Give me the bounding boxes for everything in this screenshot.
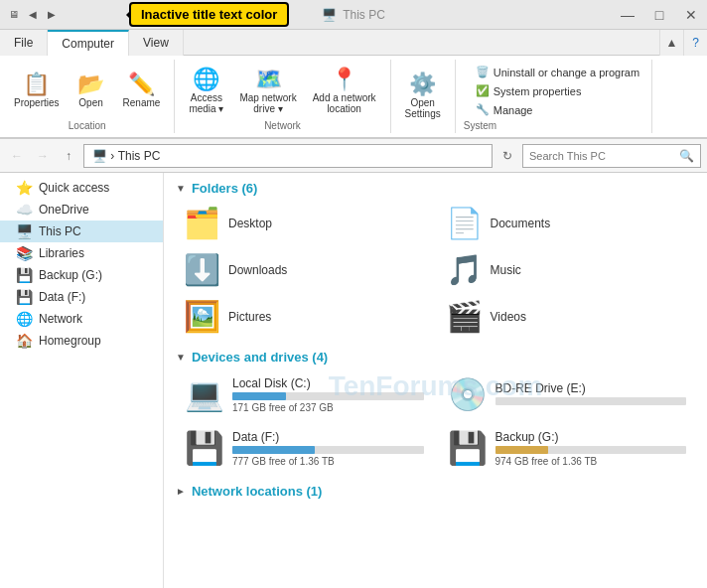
settings-buttons: ⚙️ OpenSettings <box>399 62 447 129</box>
drive-e-icon: 💿 <box>448 375 488 413</box>
sidebar-item-libraries[interactable]: 📚 Libraries <box>0 242 163 264</box>
uninstall-button[interactable]: 🗑️ Uninstall or change a program <box>472 64 643 80</box>
ribbon-group-network: 🌐 Accessmedia ▾ 🗺️ Map networkdrive ▾ 📍 … <box>175 60 390 133</box>
up-button[interactable]: ↑ <box>58 145 79 167</box>
drive-f-info: Data (F:) 777 GB free of 1.36 TB <box>232 430 424 467</box>
folder-documents[interactable]: 📄 Documents <box>438 202 696 244</box>
search-icon[interactable]: 🔍 <box>679 149 694 163</box>
downloads-label: Downloads <box>228 263 287 277</box>
back-button[interactable]: ← <box>6 145 28 167</box>
open-button[interactable]: 📂 Open <box>70 69 113 111</box>
open-settings-button[interactable]: ⚙️ OpenSettings <box>399 69 447 122</box>
sidebar-label-network: Network <box>39 312 82 326</box>
videos-label: Videos <box>491 310 526 324</box>
libraries-icon: 📚 <box>16 245 33 261</box>
minimize-button[interactable]: — <box>612 0 643 30</box>
ribbon: File Computer View ▲ ? 📋 Properties 📂 Op… <box>0 30 707 139</box>
drive-g-bar <box>495 446 687 454</box>
help-button[interactable]: ? <box>683 30 707 56</box>
pictures-label: Pictures <box>228 310 271 324</box>
sidebar-item-network[interactable]: 🌐 Network <box>0 308 163 330</box>
open-icon: 📂 <box>77 72 104 97</box>
drive-c-bar <box>232 392 424 400</box>
rename-button[interactable]: ✏️ Rename <box>117 69 167 111</box>
system-group-label: System <box>464 120 496 131</box>
sidebar-item-this-pc[interactable]: 🖥️ This PC <box>0 220 163 242</box>
drive-g[interactable]: 💾 Backup (G:) 974 GB free of 1.36 TB <box>439 424 696 472</box>
map-drive-icon: 🗺️ <box>255 67 282 92</box>
drive-c-free: 171 GB free of 237 GB <box>232 402 424 413</box>
drive-e-info: BD-RE Drive (E:) <box>495 381 687 407</box>
network-locations-section: ► Network locations (1) <box>176 484 695 499</box>
path-text: This PC <box>118 149 161 163</box>
rename-icon: ✏️ <box>128 72 155 97</box>
address-bar: ← → ↑ 🖥️ › This PC ↻ 🔍 <box>0 139 707 173</box>
manage-button[interactable]: 🔧 Manage <box>472 101 643 118</box>
devices-section: ▼ Devices and drives (4) 💻 Local Disk (C… <box>176 350 695 472</box>
drive-g-info: Backup (G:) 974 GB free of 1.36 TB <box>495 430 687 467</box>
drive-g-fill <box>495 446 549 454</box>
tab-file[interactable]: File <box>0 30 48 56</box>
settings-label: OpenSettings <box>405 97 441 119</box>
quick-access-icon[interactable]: ◀ <box>25 7 41 23</box>
backup-icon: 💾 <box>16 267 33 283</box>
downloads-icon: ⬇️ <box>184 252 220 287</box>
sidebar-label-onedrive: OneDrive <box>39 203 89 217</box>
documents-label: Documents <box>491 217 551 230</box>
devices-header[interactable]: ▼ Devices and drives (4) <box>176 350 695 365</box>
tab-view[interactable]: View <box>129 30 184 56</box>
data-icon: 💾 <box>16 289 33 305</box>
sidebar-item-homegroup[interactable]: 🏠 Homegroup <box>0 330 163 352</box>
folder-downloads[interactable]: ⬇️ Downloads <box>176 248 434 291</box>
main-layout: ⭐ Quick access ☁️ OneDrive 🖥️ This PC 📚 … <box>0 173 707 588</box>
maximize-button[interactable]: □ <box>643 0 675 30</box>
folders-header[interactable]: ▼ Folders (6) <box>176 181 695 196</box>
map-drive-label: Map networkdrive ▾ <box>239 92 296 114</box>
location-group-label: Location <box>69 120 106 131</box>
sidebar-item-data[interactable]: 💾 Data (F:) <box>0 286 163 308</box>
access-media-button[interactable]: 🌐 Accessmedia ▾ <box>183 64 229 117</box>
sidebar-item-onedrive[interactable]: ☁️ OneDrive <box>0 199 163 220</box>
tab-computer[interactable]: Computer <box>48 30 129 56</box>
quick-access-forward-icon[interactable]: ▶ <box>44 7 60 23</box>
folder-music[interactable]: 🎵 Music <box>438 248 696 291</box>
manage-label: Manage <box>494 104 533 116</box>
map-network-drive-button[interactable]: 🗺️ Map networkdrive ▾ <box>233 64 302 117</box>
window-icon-sm: 🖥️ <box>322 8 337 22</box>
forward-button[interactable]: → <box>32 145 54 167</box>
music-label: Music <box>491 263 521 277</box>
ribbon-group-location: 📋 Properties 📂 Open ✏️ Rename Location <box>0 60 175 133</box>
address-input[interactable]: 🖥️ › This PC <box>83 144 493 168</box>
properties-label: Properties <box>14 97 60 108</box>
drive-e[interactable]: 💿 BD-RE Drive (E:) <box>439 370 696 418</box>
drive-g-free: 974 GB free of 1.36 TB <box>495 456 687 467</box>
search-input[interactable] <box>529 150 679 162</box>
settings-icon: ⚙️ <box>409 72 436 97</box>
network-locations-header[interactable]: ► Network locations (1) <box>176 484 695 499</box>
ribbon-content: 📋 Properties 📂 Open ✏️ Rename Location 🌐 <box>0 56 707 138</box>
properties-button[interactable]: 📋 Properties <box>8 69 66 111</box>
drive-c[interactable]: 💻 Local Disk (C:) 171 GB free of 237 GB <box>176 370 433 418</box>
path-icon: 🖥️ <box>92 149 107 163</box>
close-button[interactable]: ✕ <box>675 0 707 30</box>
uninstall-icon: 🗑️ <box>476 66 490 78</box>
folders-label: Folders (6) <box>192 181 257 196</box>
devices-chevron: ▼ <box>176 352 186 363</box>
manage-icon: 🔧 <box>476 103 490 116</box>
ribbon-collapse-button[interactable]: ▲ <box>659 30 683 56</box>
folder-desktop[interactable]: 🗂️ Desktop <box>176 202 434 244</box>
folder-videos[interactable]: 🎬 Videos <box>438 295 696 338</box>
rename-label: Rename <box>123 97 161 108</box>
pictures-icon: 🖼️ <box>184 299 220 334</box>
refresh-button[interactable]: ↻ <box>496 145 518 167</box>
sidebar-item-quick-access[interactable]: ⭐ Quick access <box>0 177 163 199</box>
folder-pictures[interactable]: 🖼️ Pictures <box>176 295 434 338</box>
drive-f[interactable]: 💾 Data (F:) 777 GB free of 1.36 TB <box>176 424 433 472</box>
drives-grid: 💻 Local Disk (C:) 171 GB free of 237 GB … <box>176 370 695 472</box>
system-properties-button[interactable]: ✅ System properties <box>472 82 643 99</box>
drive-e-name: BD-RE Drive (E:) <box>495 381 687 395</box>
ribbon-group-settings: ⚙️ OpenSettings <box>391 60 456 133</box>
sidebar-label-homegroup: Homegroup <box>39 334 101 348</box>
sidebar-item-backup[interactable]: 💾 Backup (G:) <box>0 264 163 286</box>
add-network-location-button[interactable]: 📍 Add a networklocation <box>307 64 382 117</box>
